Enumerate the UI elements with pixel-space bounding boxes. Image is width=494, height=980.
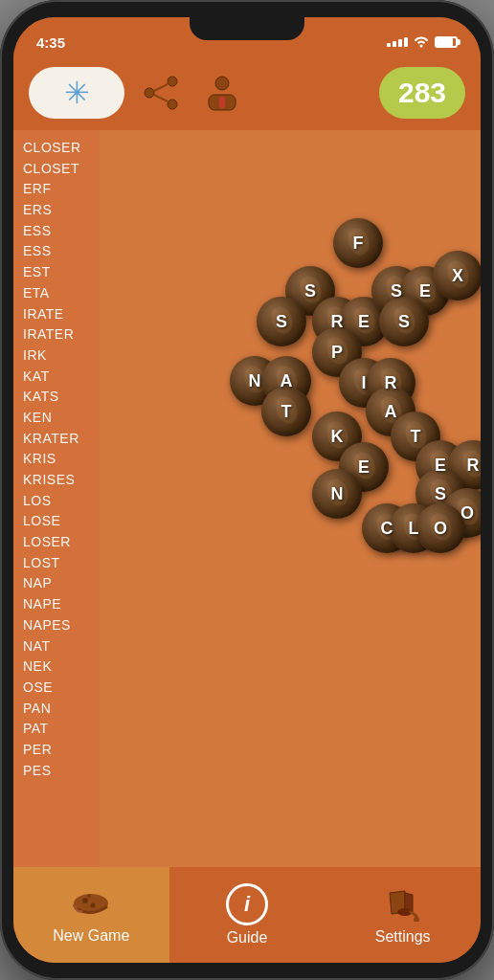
- svg-point-11: [87, 894, 91, 898]
- tile-letter: O: [434, 519, 447, 539]
- tile-letter: I: [361, 373, 366, 393]
- tile-letter: O: [460, 503, 474, 523]
- word-list: CLOSERCLOSETERFERSESSESSESTETAIRATEIRATE…: [13, 130, 100, 867]
- svg-point-13: [414, 917, 419, 922]
- tile-letter: E: [419, 281, 431, 301]
- phone-screen: 4:35 ✳: [13, 17, 481, 963]
- tile-letter: R: [331, 312, 344, 332]
- list-item: PAN: [23, 699, 100, 720]
- list-item: ETA: [23, 283, 100, 304]
- phone-frame: 4:35 ✳: [0, 0, 494, 980]
- status-time: 4:35: [36, 34, 65, 51]
- tile-letter: S: [304, 281, 316, 301]
- svg-point-10: [91, 902, 96, 907]
- list-item: ERS: [23, 200, 100, 221]
- list-item: OSE: [23, 678, 100, 699]
- game-board[interactable]: FSREPSSEXSNATIRAKTENERSOCLO: [100, 130, 481, 867]
- list-item: KRIS: [23, 449, 100, 470]
- list-item: LOST: [23, 553, 100, 574]
- settings-label: Settings: [375, 928, 431, 946]
- list-item: EST: [23, 262, 100, 283]
- list-item: PER: [23, 740, 100, 761]
- tile-letter: A: [385, 402, 397, 422]
- list-item: ESS: [23, 221, 100, 242]
- list-item: PES: [23, 761, 100, 782]
- new-game-icon: [70, 886, 112, 924]
- list-item: KRATER: [23, 429, 100, 450]
- svg-point-2: [168, 100, 177, 109]
- list-item: ESS: [23, 241, 100, 262]
- list-item: NAPE: [23, 594, 100, 615]
- guide-label: Guide: [227, 929, 268, 947]
- settings-icon: [384, 885, 422, 924]
- score-badge: 283: [379, 67, 465, 119]
- list-item: KAT: [23, 367, 100, 388]
- list-item: IRATER: [23, 324, 100, 345]
- score-value: 283: [398, 77, 446, 109]
- tile-letter: K: [331, 427, 344, 447]
- tile-letter: X: [452, 266, 463, 286]
- tile-letter: R: [385, 373, 397, 393]
- new-game-button[interactable]: New Game: [13, 867, 169, 963]
- tile-letter: T: [411, 427, 421, 447]
- svg-point-1: [168, 77, 177, 86]
- tile[interactable]: T: [261, 387, 311, 436]
- tile-letter: L: [409, 519, 419, 539]
- tile[interactable]: S: [257, 297, 306, 346]
- tile[interactable]: S: [379, 297, 429, 346]
- tile-letter: E: [358, 312, 370, 332]
- svg-point-9: [82, 898, 88, 903]
- main-content: CLOSERCLOSETERFERSESSESSESTETAIRATEIRATE…: [13, 130, 481, 867]
- list-item: IRK: [23, 345, 100, 367]
- wifi-icon: [413, 34, 430, 51]
- tile-letter: E: [358, 457, 370, 478]
- guide-button[interactable]: i Guide: [169, 867, 326, 963]
- settings-button[interactable]: Settings: [325, 867, 481, 963]
- tile-letter: N: [249, 371, 261, 391]
- signal-icon: [387, 37, 408, 47]
- notch: [190, 17, 304, 40]
- tile-letter: S: [276, 312, 287, 332]
- new-game-label: New Game: [53, 927, 129, 945]
- tile-letter: P: [331, 343, 343, 363]
- tile[interactable]: X: [433, 251, 481, 301]
- tile-letter: F: [353, 234, 364, 254]
- list-item: KATS: [23, 387, 100, 408]
- tile[interactable]: F: [333, 218, 383, 268]
- list-item: CLOSER: [23, 138, 100, 159]
- list-item: LOSER: [23, 532, 100, 553]
- tile-letter: C: [381, 519, 393, 539]
- list-item: CLOSET: [23, 159, 100, 180]
- tile-letter: E: [435, 456, 446, 476]
- list-item: NEK: [23, 657, 100, 678]
- list-item: PAT: [23, 719, 100, 740]
- list-item: NAP: [23, 573, 100, 594]
- tile-letter: N: [331, 484, 344, 504]
- tile-letter: R: [467, 456, 480, 476]
- guide-icon: i: [226, 883, 268, 925]
- tile[interactable]: N: [312, 469, 362, 519]
- svg-line-3: [154, 84, 168, 91]
- list-item: IRATE: [23, 304, 100, 325]
- bottom-nav: New Game i Guide Settings: [13, 867, 481, 963]
- list-item: NAT: [23, 636, 100, 657]
- svg-point-5: [215, 77, 229, 90]
- asterisk-icon: ✳: [64, 75, 90, 111]
- tile-letter: S: [398, 312, 410, 332]
- list-item: ERF: [23, 179, 100, 200]
- list-item: LOS: [23, 491, 100, 512]
- battery-icon: [435, 36, 458, 48]
- svg-line-4: [154, 95, 168, 101]
- status-icons: [387, 34, 458, 51]
- asterisk-button[interactable]: ✳: [29, 67, 124, 119]
- toolbar: ✳ 283: [13, 59, 481, 130]
- list-item: KEN: [23, 408, 100, 429]
- tile-letter: T: [281, 402, 292, 422]
- list-item: LOSE: [23, 511, 100, 532]
- person-button[interactable]: [197, 68, 247, 118]
- list-item: KRISES: [23, 470, 100, 491]
- tile[interactable]: O: [415, 503, 465, 553]
- graph-button[interactable]: [136, 68, 186, 118]
- list-item: NAPES: [23, 615, 100, 636]
- svg-point-0: [145, 88, 154, 98]
